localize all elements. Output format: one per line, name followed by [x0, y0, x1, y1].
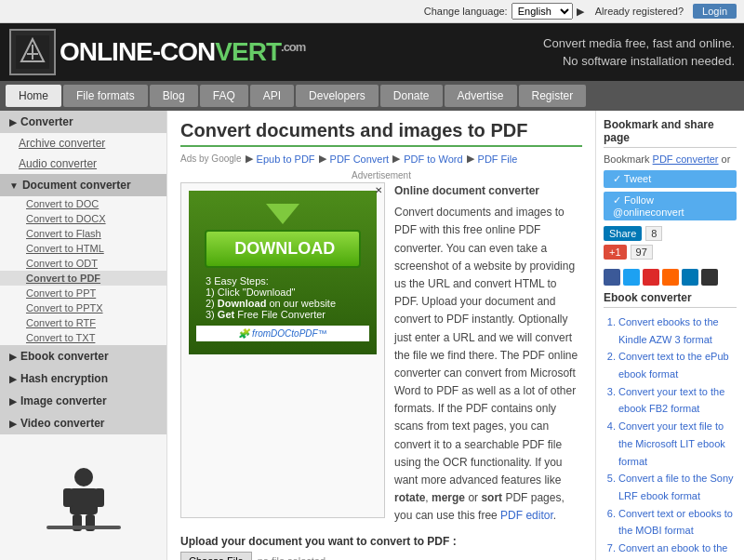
ebook-item-7[interactable]: Convert an ebook to the Palm PDB format	[618, 540, 737, 560]
sidebar-convert-ppt[interactable]: Convert to PPT	[0, 286, 166, 300]
sidebar-hash-encryption[interactable]: ▶ Hash encryption	[0, 367, 166, 390]
ebook-item-5[interactable]: Convert a file to the Sony LRF ebook for…	[618, 470, 737, 504]
logo-text: ONLINE-CONVERT.com	[60, 37, 305, 67]
ebook-list: Convert ebooks to the Kindle AZW 3 forma…	[604, 313, 737, 560]
arrow-icon: ▶	[577, 6, 584, 18]
upload-label: Upload your document you want to convert…	[180, 535, 582, 548]
sidebar-convert-txt[interactable]: Convert to TXT	[0, 330, 166, 345]
pdf-converter-link[interactable]: PDF converter	[653, 153, 719, 165]
top-bar: Change language: English French German S…	[0, 0, 744, 23]
page-title: Convert documents and images to PDF	[180, 120, 582, 147]
choose-file-button[interactable]: Choose File	[180, 552, 252, 560]
ebook-item-2[interactable]: Convert text to the ePub ebook format	[618, 348, 737, 382]
sidebar-ebook-converter[interactable]: ▶ Ebook converter	[0, 345, 166, 367]
facebook-icon[interactable]	[604, 269, 620, 286]
sidebar-converter-title[interactable]: ▶ Converter	[0, 111, 166, 133]
header-tagline: Convert media free, fast and online. No …	[543, 34, 735, 71]
main-content: Convert documents and images to PDF Ads …	[167, 111, 595, 560]
ad-footer: 🧩 fromDOCtoPDF™	[196, 326, 369, 341]
already-registered-label: Already registered?	[595, 6, 684, 17]
sidebar-ebook-arrow-icon: ▶	[9, 352, 17, 362]
bookmark-title: Bookmark and share page	[604, 118, 737, 148]
sidebar-convert-odt[interactable]: Convert to ODT	[0, 256, 166, 271]
sidebar-item-audio-converter[interactable]: Audio converter	[0, 153, 166, 174]
or-text: or	[722, 153, 731, 165]
sidebar-arrow-icon: ▶	[9, 117, 17, 127]
ad-arrow-icon	[266, 204, 299, 224]
ebook-item-6[interactable]: Convert text or ebooks to the MOBI forma…	[618, 505, 737, 540]
upload-section: Upload your document you want to convert…	[180, 535, 582, 560]
ebook-item-4[interactable]: Convert your text file to the Microsoft …	[618, 418, 737, 470]
breadcrumb-pdffile[interactable]: PDF File	[478, 153, 518, 165]
follow-button[interactable]: ✓ Follow @onlineconvert	[604, 192, 737, 220]
header: ONLINE-CONVERT.com Convert media free, f…	[0, 23, 744, 81]
ad-download-button[interactable]: DOWNLOAD	[205, 230, 360, 268]
ebook-item-1[interactable]: Convert ebooks to the Kindle AZW 3 forma…	[618, 313, 737, 348]
twitter-icon[interactable]	[623, 269, 640, 286]
sidebar-convert-docx[interactable]: Convert to DOCX	[0, 211, 166, 226]
nav-bar: Home File formats Blog FAQ API Developer…	[0, 81, 744, 111]
share-count: 8	[645, 226, 662, 241]
linkedin-icon[interactable]	[682, 269, 698, 286]
svg-point-4	[74, 468, 93, 487]
sidebar: ▶ Converter Archive converter Audio conv…	[0, 111, 167, 560]
nav-register[interactable]: Register	[519, 85, 587, 107]
nav-donate[interactable]: Donate	[380, 85, 443, 107]
reddit-icon[interactable]	[662, 269, 679, 286]
ad-steps: 3 Easy Steps: 1) Click "Download" 2) Dow…	[196, 275, 369, 320]
nav-advertise[interactable]: Advertise	[445, 85, 517, 107]
nav-faq[interactable]: FAQ	[200, 85, 248, 107]
right-panel: Bookmark and share page Bookmark PDF con…	[595, 111, 744, 560]
logo-svg	[16, 35, 49, 69]
sidebar-convert-doc[interactable]: Convert to DOC	[0, 196, 166, 211]
breadcrumb-pdfconvert[interactable]: PDF Convert	[330, 153, 390, 165]
sidebar-convert-html[interactable]: Convert to HTML	[0, 241, 166, 256]
change-language-label: Change language:	[424, 6, 508, 17]
tweet-button[interactable]: ✓ Tweet	[604, 170, 737, 188]
logo[interactable]: ONLINE-CONVERT.com	[9, 29, 305, 75]
sidebar-image-label: Image converter	[20, 394, 107, 407]
sidebar-video-arrow-icon: ▶	[9, 419, 17, 429]
ads-label: Ads by Google	[180, 153, 242, 164]
sidebar-doc-arrow-icon: ▼	[9, 180, 19, 191]
more-icon[interactable]	[701, 269, 718, 286]
sidebar-convert-pptx[interactable]: Convert to PPTX	[0, 300, 166, 315]
breadcrumb-sep: ▶	[246, 153, 253, 165]
sidebar-convert-pdf[interactable]: Convert to PDF	[0, 271, 166, 286]
svg-rect-10	[46, 526, 121, 529]
sidebar-ebook-label: Ebook converter	[20, 350, 109, 363]
breadcrumb-epub[interactable]: Epub to PDF	[257, 153, 315, 165]
sidebar-image-converter[interactable]: ▶ Image converter	[0, 390, 166, 412]
no-file-text: no file selected	[258, 555, 326, 560]
nav-api[interactable]: API	[250, 85, 294, 107]
language-select[interactable]: English French German Spanish	[512, 3, 573, 20]
sidebar-item-archive-converter[interactable]: Archive converter	[0, 133, 166, 153]
google-icon[interactable]	[643, 269, 659, 286]
main-layout: ▶ Converter Archive converter Audio conv…	[0, 111, 744, 560]
nav-file-formats[interactable]: File formats	[63, 85, 148, 107]
sidebar-document-converter[interactable]: ▼ Document converter	[0, 174, 166, 196]
pdf-editor-link[interactable]: PDF editor	[500, 509, 553, 522]
logo-dotcom: .com	[281, 40, 305, 54]
tagline1: Convert media free, fast and online.	[543, 34, 735, 53]
ad-close-icon[interactable]: ✕	[375, 185, 382, 195]
nav-blog[interactable]: Blog	[150, 85, 198, 107]
breadcrumb-pdftoword[interactable]: PDF to Word	[404, 153, 462, 165]
gplus-row: +1 97	[604, 245, 737, 260]
tagline2: No software installation needed.	[543, 52, 735, 71]
ebook-item-3[interactable]: Convert your text to the ebook FB2 forma…	[618, 383, 737, 418]
nav-developers[interactable]: Developers	[296, 85, 379, 107]
social-icons-row	[604, 269, 737, 286]
sidebar-hash-label: Hash encryption	[20, 372, 108, 385]
sidebar-doc-label: Document converter	[22, 179, 131, 192]
sidebar-convert-rtf[interactable]: Convert to RTF	[0, 315, 166, 330]
sidebar-converter-label: Converter	[20, 115, 73, 128]
gplus-button[interactable]: +1	[604, 245, 627, 260]
sidebar-video-converter[interactable]: ▶ Video converter	[0, 412, 166, 434]
nav-home[interactable]: Home	[6, 85, 61, 107]
sidebar-convert-flash[interactable]: Convert to Flash	[0, 226, 166, 241]
sidebar-video-label: Video converter	[20, 417, 104, 430]
login-button[interactable]: Login	[693, 4, 737, 19]
breadcrumb: Ads by Google ▶ Epub to PDF ▶ PDF Conver…	[180, 153, 582, 165]
share-button[interactable]: Share	[604, 226, 642, 241]
